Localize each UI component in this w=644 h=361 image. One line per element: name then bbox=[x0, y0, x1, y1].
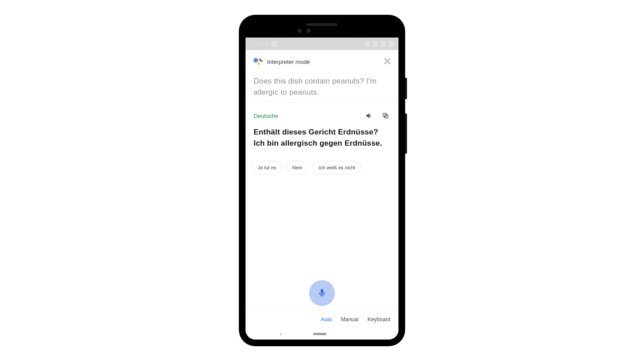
mode-tabs: Auto Manual Keyboard bbox=[246, 311, 398, 328]
phone-camera bbox=[297, 29, 302, 33]
suggestion-chip[interactable]: Nein bbox=[287, 161, 309, 174]
mode-title: Interpreter mode bbox=[267, 59, 384, 65]
assistant-logo-icon bbox=[254, 57, 263, 66]
mic-icon bbox=[317, 288, 327, 298]
header-card: Interpreter mode Does this dish contain … bbox=[246, 50, 398, 103]
suggestion-chip[interactable]: Ja tut es bbox=[252, 161, 282, 174]
nav-bar: ‹ bbox=[246, 328, 398, 340]
source-text: Does this dish contain peanuts? I'm alle… bbox=[254, 76, 390, 98]
screen: 10:17 G Interp bbox=[246, 38, 398, 340]
status-bar: 10:17 G bbox=[246, 38, 398, 50]
tab-keyboard[interactable]: Keyboard bbox=[368, 316, 390, 323]
wifi-icon bbox=[373, 41, 378, 46]
signal-icon bbox=[381, 41, 386, 46]
suggestion-chip[interactable]: Ich weiß es nicht bbox=[313, 161, 361, 174]
translated-text: Enthält dieses Gericht Erdnüsse? Ich bin… bbox=[254, 127, 390, 149]
content: Interpreter mode Does this dish contain … bbox=[246, 50, 398, 340]
tab-auto[interactable]: Auto bbox=[321, 316, 332, 323]
battery-icon bbox=[389, 41, 394, 46]
speak-icon[interactable] bbox=[364, 111, 374, 121]
status-app-icon: G bbox=[265, 41, 269, 46]
phone-side-button bbox=[405, 78, 407, 99]
translation-block: Deutsche Enthält dieses Gericht Erdnüsse… bbox=[246, 103, 398, 149]
mic-button[interactable] bbox=[309, 280, 335, 306]
copy-icon[interactable] bbox=[381, 111, 390, 121]
eye-icon bbox=[364, 41, 370, 46]
status-dot-icon bbox=[271, 41, 277, 46]
phone-camera-2 bbox=[306, 29, 311, 33]
target-language-label: Deutsche bbox=[254, 113, 358, 119]
close-icon[interactable] bbox=[384, 58, 390, 66]
back-icon[interactable]: ‹ bbox=[280, 330, 282, 337]
tab-manual[interactable]: Manual bbox=[341, 316, 358, 323]
phone-speaker bbox=[306, 23, 338, 26]
suggestion-chips: Ja tut es Nein Ich weiß es nicht bbox=[246, 149, 398, 178]
phone-side-button-2 bbox=[405, 113, 407, 154]
mic-area bbox=[246, 178, 398, 311]
status-time: 10:17 bbox=[250, 41, 263, 46]
home-pill-icon[interactable] bbox=[313, 333, 326, 335]
phone-frame: 10:17 G Interp bbox=[239, 15, 405, 346]
